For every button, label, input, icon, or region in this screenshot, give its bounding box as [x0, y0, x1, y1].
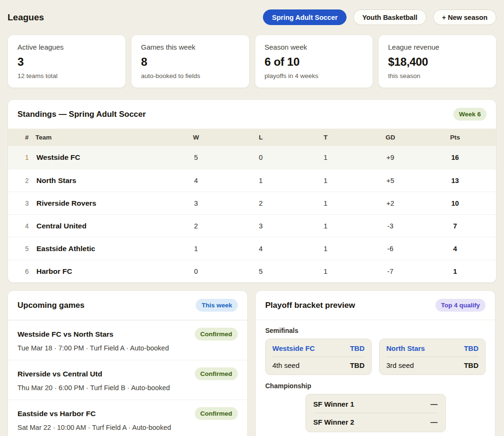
game-title: Riverside vs Central Utd	[17, 370, 102, 378]
game-meta: Thu Mar 20 · 6:00 PM · Turf Field B · Au…	[17, 384, 238, 392]
team-losses: 4	[228, 245, 293, 253]
matchup-team: 4th seed	[272, 361, 300, 369]
stat-card-active-leagues: Active leagues 3 12 teams total	[8, 35, 126, 88]
new-season-button[interactable]: + New season	[433, 9, 496, 25]
matchup-score: TBD	[350, 361, 365, 369]
bottom-row: Upcoming games This week Westside FC vs …	[8, 290, 496, 436]
stat-value: 3	[17, 55, 116, 69]
standings-header: Standings — Spring Adult Soccer Week 6	[8, 100, 496, 129]
team-losses: 1	[228, 177, 293, 184]
confirmed-badge: Confirmed	[195, 328, 238, 340]
team-ties: 1	[293, 154, 358, 161]
team-name: Westside FC	[35, 153, 164, 162]
team-name: Central United	[35, 222, 164, 230]
team-ties: 1	[293, 177, 358, 184]
matchup-score: —	[431, 418, 438, 426]
team-rank: 5	[25, 245, 35, 253]
team-gd: -7	[358, 268, 423, 275]
team-name: North Stars	[35, 176, 164, 185]
standings-table-header: # Team W L T GD Pts	[8, 129, 496, 146]
team-name: Riverside Rovers	[35, 199, 164, 208]
team-name: Harbor FC	[35, 267, 164, 276]
team-rank: 4	[25, 222, 35, 230]
playoff-bracket-card: Playoff bracket preview Top 4 qualify Se…	[255, 290, 495, 436]
confirmed-badge: Confirmed	[195, 407, 238, 420]
week-badge: Week 6	[453, 108, 487, 121]
team-losses: 0	[228, 154, 293, 161]
matchup-team: 3rd seed	[386, 361, 414, 369]
team-pts: 4	[423, 245, 487, 253]
page-title: Leagues	[8, 12, 44, 23]
matchup-team: SF Winner 2	[313, 418, 355, 426]
upcoming-games-header: Upcoming games This week	[8, 291, 247, 320]
matchup-score: —	[431, 400, 438, 408]
stat-sub: playoffs in 4 weeks	[265, 72, 363, 79]
stat-sub: auto-booked to fields	[141, 72, 239, 79]
tab-spring-adult-soccer[interactable]: Spring Adult Soccer	[263, 9, 347, 25]
team-gd: -3	[358, 222, 423, 230]
semifinals-grid: Westside FC TBD 4th seed TBD North Stars…	[265, 339, 486, 375]
stat-value: 8	[141, 55, 239, 69]
stat-value: 6 of 10	[265, 55, 363, 69]
stat-sub: this season	[388, 72, 487, 79]
stat-card-games-this-week: Games this week 8 auto-booked to fields	[131, 35, 249, 88]
championship-matchup[interactable]: SF Winner 1 — SF Winner 2 —	[305, 394, 446, 432]
matchup-team: Westside FC	[272, 344, 315, 352]
column-header-losses: L	[228, 134, 293, 141]
column-header-wins: W	[164, 134, 228, 141]
stat-card-league-revenue: League revenue $18,400 this season	[378, 35, 496, 88]
team-wins: 2	[164, 222, 228, 230]
team-pts: 7	[423, 222, 487, 230]
game-title: Eastside vs Harbor FC	[17, 410, 96, 418]
table-row[interactable]: 3 Riverside Rovers 3 2 1 +2 10	[8, 192, 496, 214]
matchup-score: TBD	[350, 344, 365, 352]
team-ties: 1	[293, 245, 358, 253]
matchup-score: TBD	[464, 361, 478, 369]
game-item[interactable]: Eastside vs Harbor FC Confirmed Sat Mar …	[8, 400, 247, 436]
column-header-gd: GD	[358, 134, 423, 141]
matchup-team: North Stars	[386, 344, 425, 352]
table-row[interactable]: 2 North Stars 4 1 1 +5 13	[8, 169, 496, 192]
upcoming-games-card: Upcoming games This week Westside FC vs …	[8, 290, 248, 436]
table-row[interactable]: 5 Eastside Athletic 1 4 1 -6 4	[8, 237, 496, 260]
stat-sub: 12 teams total	[17, 72, 116, 79]
season-tabs: Spring Adult Soccer Youth Basketball + N…	[263, 9, 496, 25]
table-row[interactable]: 4 Central United 2 3 1 -3 7	[8, 214, 496, 237]
top4-qualify-badge: Top 4 qualify	[435, 299, 486, 312]
table-row[interactable]: 6 Harbor FC 0 5 1 -7 1	[8, 260, 496, 282]
team-rank: 6	[25, 268, 35, 275]
confirmed-badge: Confirmed	[195, 367, 238, 380]
team-gd: +5	[358, 177, 423, 184]
team-rank: 1	[25, 154, 35, 161]
team-wins: 0	[164, 268, 228, 275]
column-header-pts: Pts	[423, 134, 487, 141]
team-ties: 1	[293, 222, 358, 230]
semifinal-matchup-1[interactable]: Westside FC TBD 4th seed TBD	[265, 339, 372, 375]
stat-label: League revenue	[388, 43, 487, 51]
semifinal-matchup-2[interactable]: North Stars TBD 3rd seed TBD	[379, 339, 486, 375]
stat-label: Games this week	[141, 43, 239, 51]
game-item[interactable]: Riverside vs Central Utd Confirmed Thu M…	[8, 360, 247, 400]
playoff-header: Playoff bracket preview Top 4 qualify	[256, 291, 495, 320]
stat-value: $18,400	[388, 55, 487, 69]
matchup-score: TBD	[464, 344, 478, 352]
column-header-team: Team	[35, 134, 164, 141]
game-meta: Tue Mar 18 · 7:00 PM · Turf Field A · Au…	[17, 344, 238, 352]
team-gd: -6	[358, 245, 423, 253]
standings-title: Standings — Spring Adult Soccer	[17, 110, 146, 119]
team-losses: 3	[228, 222, 293, 230]
semifinals-label: Semifinals	[265, 327, 486, 334]
team-wins: 3	[164, 200, 228, 207]
playoff-body: Semifinals Westside FC TBD 4th seed TBD …	[256, 320, 495, 436]
team-pts: 16	[423, 154, 487, 161]
game-item[interactable]: Westside FC vs North Stars Confirmed Tue…	[8, 320, 247, 360]
game-meta: Sat Mar 22 · 10:00 AM · Turf Field A · A…	[17, 424, 238, 431]
tab-youth-basketball[interactable]: Youth Basketball	[353, 9, 426, 25]
team-pts: 10	[423, 200, 487, 207]
stat-card-season-week: Season week 6 of 10 playoffs in 4 weeks	[255, 35, 373, 88]
team-wins: 5	[164, 154, 228, 161]
table-row[interactable]: 1 Westside FC 5 0 1 +9 16	[8, 146, 496, 169]
column-header-rank: #	[25, 134, 35, 141]
team-pts: 1	[423, 268, 487, 275]
upcoming-games-title: Upcoming games	[17, 301, 85, 310]
